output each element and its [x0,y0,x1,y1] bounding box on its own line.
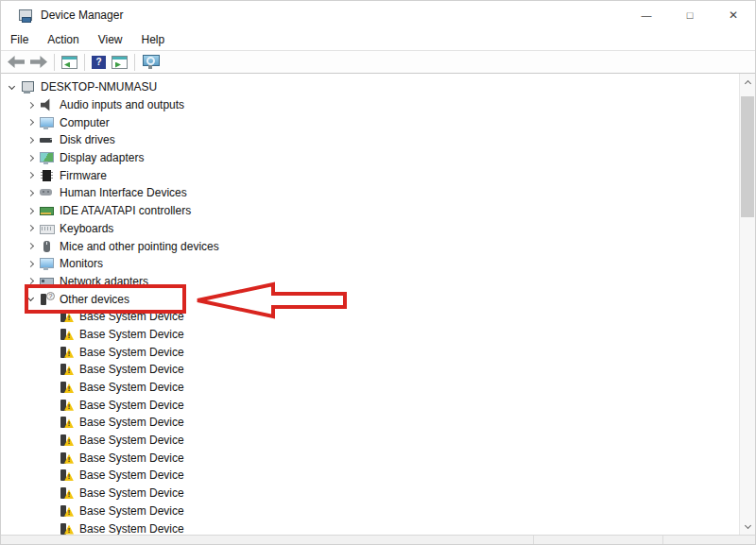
tree-item-network-adapters[interactable]: Network adapters [1,273,755,291]
tree-item-label: Base System Device [79,346,184,359]
chevron-right-icon[interactable] [24,169,38,182]
tree-item-base-system-device[interactable]: !Base System Device [1,379,755,397]
controller-card-icon [40,204,54,217]
warning-device-icon: ! [60,416,74,429]
chevron-right-icon[interactable] [24,204,38,217]
warning-badge: ! [64,419,74,429]
vertical-scrollbar[interactable] [739,74,755,535]
tree-item-base-system-device[interactable]: !Base System Device [1,414,755,432]
tree-item-base-system-device[interactable]: !Base System Device [1,502,755,520]
forward-button[interactable] [27,52,50,73]
tree-item-other-devices[interactable]: ?Other devices [1,290,755,308]
menu-action[interactable]: Action [38,30,88,49]
tree-item-label: Human Interface Devices [60,186,187,199]
show-console-tree-button[interactable] [59,52,80,73]
chevron-right-icon[interactable] [24,133,38,146]
chevron-right-icon[interactable] [24,257,38,270]
tree-item-human-interface-devices[interactable]: Human Interface Devices [1,184,755,202]
tree-item-label: Base System Device [79,310,184,323]
chevron-down-icon[interactable] [24,293,38,306]
tree-item-base-system-device[interactable]: !Base System Device [1,432,755,450]
chip-icon [40,169,54,182]
question-badge: ? [46,292,55,300]
warning-badge: ! [64,437,74,447]
help-button[interactable]: ? [89,52,109,73]
toolbar-separator [134,54,135,71]
tree-item-computer[interactable]: Computer [1,113,755,131]
chevron-right-icon[interactable] [24,186,38,199]
device-tree-panel: DESKTOP-NMUMASUAudio inputs and outputsC… [1,74,755,535]
warning-badge: ! [64,526,74,535]
tree-item-label: Computer [60,116,110,129]
warning-badge: ! [64,384,74,394]
warning-badge: ! [64,349,74,359]
tree-item-label: Other devices [60,293,129,306]
help-icon: ? [92,56,106,69]
close-button[interactable]: ✕ [712,1,755,29]
warning-badge: ! [64,366,74,376]
back-button[interactable] [5,52,27,73]
scroll-down-button[interactable] [740,519,755,535]
tree-item-base-system-device[interactable]: !Base System Device [1,396,755,414]
tree-item-label: DESKTOP-NMUMASU [41,80,157,94]
warning-device-icon: ! [60,310,74,323]
window-controls: — □ ✕ [625,1,755,29]
scan-hardware-changes-button[interactable] [139,52,162,73]
chevron-up-icon [744,79,750,86]
menu-view[interactable]: View [89,30,132,49]
warning-device-icon: ! [60,451,74,465]
console-tree-icon [61,56,77,69]
tree-item-base-system-device[interactable]: !Base System Device [1,343,755,361]
warning-badge: ! [64,490,74,500]
chevron-right-icon[interactable] [24,116,38,129]
scan-hardware-icon [142,55,159,69]
warning-device-icon: ! [60,399,74,412]
tree-item-base-system-device[interactable]: !Base System Device [1,485,755,502]
tree-item-base-system-device[interactable]: !Base System Device [1,467,755,485]
tree-item-monitors[interactable]: Monitors [1,255,755,273]
maximize-button[interactable]: □ [668,1,712,29]
tree-item-ide-ata-atapi-controllers[interactable]: IDE ATA/ATAPI controllers [1,202,755,220]
chevron-right-icon[interactable] [24,222,38,235]
monitor-icon [40,257,54,270]
warning-device-icon: ! [60,434,74,447]
window-title: Device Manager [41,9,123,22]
scroll-up-button[interactable] [740,74,755,90]
tree-item-label: Monitors [60,257,103,270]
tree-item-label: Base System Device [79,434,184,447]
tree-item-disk-drives[interactable]: Disk drives [1,131,755,149]
chevron-right-icon[interactable] [24,275,38,288]
scrollbar-thumb[interactable] [741,96,754,217]
tree-item-label: Mice and other pointing devices [60,240,219,253]
tree-item-desktop-nmumasu[interactable]: DESKTOP-NMUMASU [1,78,755,96]
tree-item-base-system-device[interactable]: !Base System Device [1,326,755,344]
tree-item-label: Base System Device [79,451,184,465]
tree-item-audio-inputs-and-outputs[interactable]: Audio inputs and outputs [1,96,755,114]
tree-item-mice-and-other-pointing-devices[interactable]: Mice and other pointing devices [1,237,755,255]
chevron-right-icon[interactable] [24,98,38,111]
chevron-down-icon[interactable] [5,80,19,94]
tree-item-base-system-device[interactable]: !Base System Device [1,449,755,467]
tree-item-label: Base System Device [79,399,184,412]
mouse-icon [40,240,54,253]
warning-badge: ! [64,402,74,412]
tree-item-base-system-device[interactable]: !Base System Device [1,308,755,326]
warning-device-icon: ! [60,381,74,394]
chevron-right-icon[interactable] [24,151,38,164]
tree-item-base-system-device[interactable]: !Base System Device [1,519,755,535]
menu-file[interactable]: File [1,30,38,49]
tree-item-display-adapters[interactable]: Display adapters [1,149,755,167]
tree-item-label: Base System Device [79,328,184,341]
tree-item-keyboards[interactable]: Keyboards [1,220,755,238]
forward-arrow-icon [30,56,47,68]
warning-device-icon: ! [60,346,74,359]
chevron-right-icon[interactable] [24,240,38,253]
properties-button[interactable] [109,52,130,73]
menu-help[interactable]: Help [132,30,175,49]
device-manager-app-icon [18,9,33,23]
warning-device-icon: ! [60,328,74,341]
tree-item-firmware[interactable]: Firmware [1,166,755,184]
tree-item-base-system-device[interactable]: !Base System Device [1,361,755,379]
tree-item-label: Base System Device [79,522,184,535]
minimize-button[interactable]: — [625,1,668,29]
